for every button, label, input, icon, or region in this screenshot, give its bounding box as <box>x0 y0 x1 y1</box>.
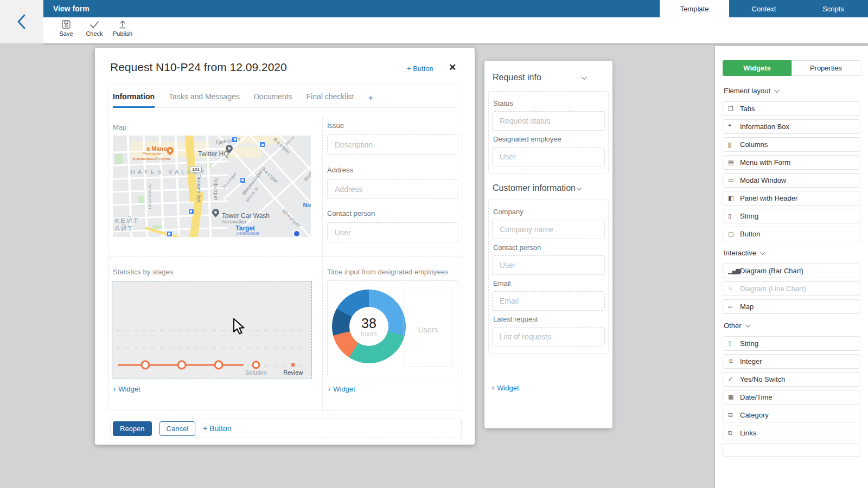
map-label: Октавия бул. <box>196 174 201 203</box>
contact-person-field[interactable]: User <box>327 222 458 242</box>
add-widget-link-right[interactable]: + Widget <box>327 385 355 393</box>
stats-widget-label: Statistics by stages <box>113 268 173 276</box>
tab-information[interactable]: Information <box>113 92 155 102</box>
donut-chart-widget[interactable]: 38 hours Users <box>327 280 458 376</box>
widget-item-date-time[interactable]: ▦Date/Time <box>723 390 860 404</box>
widget-item-links[interactable]: ⧉Links <box>723 426 860 440</box>
chevron-down-icon <box>577 185 582 190</box>
donut-chart: 38 hours <box>332 290 406 363</box>
map-widget[interactable]: Гров-стритMinna St8-я стритa ManoРестора… <box>113 136 311 237</box>
widget-item-button[interactable]: ▢Button <box>723 227 860 241</box>
widgets-sidebar: Widgets Properties Element layout ❐Tabs … <box>715 46 868 488</box>
datetime-icon: ▦ <box>728 394 740 401</box>
sidebar-tab-strip: Widgets Properties <box>723 60 860 76</box>
save-button[interactable]: Save <box>52 20 80 37</box>
chevron-down-icon <box>745 322 750 328</box>
map-label: Tower Car Wash <box>222 213 270 219</box>
widget-item-columns[interactable]: |||Columns <box>723 137 860 152</box>
request-info-group: Status Request status Designated employe… <box>488 91 609 174</box>
transit-station-icon <box>240 177 246 183</box>
columns-icon: ||| <box>728 142 740 148</box>
tab-scripts[interactable]: Scripts <box>799 0 868 17</box>
tab-widgets[interactable]: Widgets <box>723 60 792 76</box>
widget-item-string[interactable]: ▯String <box>723 209 860 223</box>
map-label: Minna St <box>284 136 299 146</box>
route-101-shield: 101 <box>190 166 201 173</box>
users-legend-placeholder[interactable]: Users <box>404 292 452 367</box>
issue-field[interactable]: Description <box>327 134 458 155</box>
latest-request-label: Latest request <box>493 315 604 323</box>
latest-request-field[interactable]: List of requests <box>492 327 605 346</box>
form-preview-modal: Request N10-P24 from 12.09.2020 + Button… <box>95 48 475 445</box>
widget-item-integer[interactable]: ①Integer <box>723 354 860 369</box>
tab-template[interactable]: Template <box>660 0 729 17</box>
address-field[interactable]: Address <box>327 179 458 199</box>
tab-documents[interactable]: Documents <box>254 92 292 102</box>
chevron-down-icon <box>760 249 765 255</box>
top-tab-strip: Template Context Scripts <box>660 0 868 17</box>
design-canvas: Request N10-P24 from 12.09.2020 + Button… <box>0 43 868 488</box>
section-interactive[interactable]: Interactive <box>724 249 859 257</box>
tab-properties[interactable]: Properties <box>792 60 860 76</box>
check-icon <box>89 20 100 29</box>
menu-with-form-icon: ▤ <box>728 159 740 166</box>
map-label: Гоф-стрит <box>213 177 218 200</box>
map-label: итальянской кухни <box>133 157 170 161</box>
status-label: Status <box>493 99 604 107</box>
add-tab-icon[interactable]: + <box>368 94 373 102</box>
back-chevron-icon[interactable] <box>16 14 28 30</box>
widget-item-menu-with-form[interactable]: ▤Menu with Form <box>723 155 860 170</box>
customer-information-header[interactable]: Customer information <box>493 183 580 193</box>
widget-item-information-box[interactable]: ❝Information Box <box>723 119 860 134</box>
line-chart-widget[interactable]: SolutionReview <box>112 281 312 378</box>
widget-item-category[interactable]: ⊟Category <box>723 408 860 422</box>
tab-final-checklist[interactable]: Final checklist <box>307 92 354 102</box>
reopen-button[interactable]: Reopen <box>113 421 152 436</box>
widget-item-string-other[interactable]: TString <box>723 336 860 351</box>
tab-context[interactable]: Context <box>729 0 799 17</box>
request-info-header[interactable]: Request info <box>493 73 585 82</box>
switch-icon: ✓ <box>728 376 740 383</box>
transit-station-icon <box>167 231 173 237</box>
widget-item-tabs[interactable]: ❐Tabs <box>723 101 860 116</box>
add-header-button[interactable]: + Button <box>407 65 433 73</box>
close-icon[interactable]: ✕ <box>449 62 456 73</box>
contact-person-field[interactable]: User <box>492 255 605 275</box>
modal-window-icon: ▭ <box>728 177 740 184</box>
map-label: Универмаг <box>235 231 259 236</box>
section-element-layout[interactable]: Element layout <box>724 87 859 95</box>
widget-item-diagram-bar-chart[interactable]: ▁▄▆Diagram (Bar Chart) <box>723 264 860 278</box>
string-t-icon: T <box>728 341 740 347</box>
add-widget-link-panel[interactable]: + Widget <box>491 384 519 392</box>
top-bar: View form Template Context Scripts <box>43 0 868 17</box>
widget-item-modal-window[interactable]: ▭Modal Window <box>723 173 860 188</box>
widget-item-yes-no-switch[interactable]: ✓Yes/No Switch <box>723 372 860 387</box>
widget-item-empty <box>723 444 860 457</box>
widget-item-panel-with-header[interactable]: ◧Panel with Header <box>723 191 860 206</box>
check-button[interactable]: Check <box>80 20 108 37</box>
panel-with-header-icon: ◧ <box>728 195 740 202</box>
cancel-button[interactable]: Cancel <box>159 421 195 436</box>
email-field[interactable]: Email <box>492 291 605 311</box>
map-icon: ▱ <box>728 303 740 310</box>
customer-information-group: Company Company name Contact person User… <box>488 200 609 354</box>
donut-center: 38 hours <box>349 307 388 346</box>
form-footer: Reopen Cancel + Button <box>110 419 462 438</box>
add-footer-button[interactable]: + Button <box>203 424 232 433</box>
bar-chart-icon: ▁▄▆ <box>728 267 740 274</box>
publish-icon <box>118 20 127 29</box>
back-area <box>0 0 43 43</box>
map-label: 10-я стрит <box>281 208 301 228</box>
toolbar: Save Check Publish <box>43 17 868 43</box>
designated-employee-label: Designated employee <box>493 135 604 143</box>
company-field[interactable]: Company name <box>492 220 605 239</box>
status-field[interactable]: Request status <box>492 111 605 131</box>
widget-item-diagram-line-chart[interactable]: ∿Diagram (Line Chart) <box>723 281 860 296</box>
designated-employee-field[interactable]: User <box>492 147 605 166</box>
section-other[interactable]: Other <box>724 322 859 330</box>
publish-button[interactable]: Publish <box>108 20 137 37</box>
svg-text:Solution: Solution <box>245 369 267 376</box>
tab-tasks-and-messages[interactable]: Tasks and Messages <box>169 92 240 102</box>
widget-item-map[interactable]: ▱Map <box>723 299 860 314</box>
add-widget-link-left[interactable]: + Widget <box>112 385 141 393</box>
